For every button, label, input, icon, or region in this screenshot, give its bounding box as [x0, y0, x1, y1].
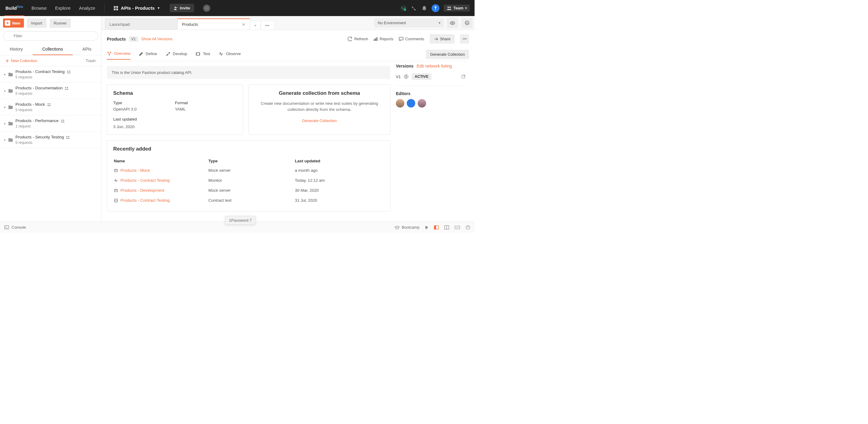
- reports-button[interactable]: Reports: [373, 37, 394, 41]
- add-tab-button[interactable]: ＋: [250, 21, 260, 30]
- keyboard-icon[interactable]: [455, 226, 460, 229]
- schema-format-value: YAML: [175, 107, 237, 115]
- play-icon[interactable]: [425, 225, 429, 230]
- shared-icon: [64, 86, 69, 90]
- recent-link[interactable]: Products - Mock: [114, 168, 208, 173]
- editor-avatar[interactable]: [417, 99, 426, 108]
- close-icon[interactable]: ✕: [236, 22, 245, 27]
- tab-observe[interactable]: Observe: [218, 52, 241, 59]
- panel-left-icon[interactable]: [434, 225, 439, 230]
- recent-link[interactable]: Products - Contract Testing: [114, 198, 208, 203]
- satellite-icon[interactable]: [411, 5, 417, 11]
- collection-count: 5 requests: [16, 141, 98, 145]
- invite-button[interactable]: Invite: [170, 4, 194, 12]
- collection-item[interactable]: ▸ Products - Performance 1 request: [0, 115, 101, 132]
- recent-updated: a month ago: [295, 166, 383, 175]
- recent-link[interactable]: Products - Contract Testing: [114, 178, 208, 182]
- generate-collection-button[interactable]: Generate Collection: [426, 50, 469, 59]
- svg-rect-0: [114, 6, 116, 8]
- external-link-icon[interactable]: [461, 75, 465, 79]
- import-button[interactable]: Import: [27, 19, 46, 28]
- people-icon: [447, 6, 452, 10]
- graduation-icon: [394, 225, 400, 230]
- schema-card: Schema Type Format OpenAPI 3.0 YAML Last…: [107, 85, 243, 135]
- folder-icon: [8, 73, 13, 76]
- svg-rect-36: [455, 226, 460, 229]
- recent-type: Contract test: [208, 196, 294, 205]
- team-dropdown[interactable]: Team ▾: [444, 4, 470, 11]
- runner-button[interactable]: Runner: [50, 19, 71, 28]
- trash-link[interactable]: Trash: [86, 58, 96, 63]
- activity-icon: [218, 52, 223, 56]
- editor-avatar[interactable]: [407, 99, 415, 108]
- collection-item[interactable]: ▸ Products - Security Testing 5 requests: [0, 132, 101, 148]
- generate-card: Generate collection from schema Create n…: [248, 85, 391, 135]
- tab-overview[interactable]: Overview: [107, 51, 130, 60]
- recent-link[interactable]: Products - Development: [114, 188, 208, 193]
- new-button[interactable]: New: [3, 19, 24, 28]
- tab-test[interactable]: Test: [195, 52, 210, 59]
- svg-rect-2: [114, 8, 116, 10]
- topbar-right: Team ▾: [400, 4, 472, 12]
- nav-explore[interactable]: Explore: [54, 1, 72, 16]
- new-collection-button[interactable]: New Collection: [5, 58, 37, 63]
- svg-rect-21: [376, 37, 377, 41]
- collection-count: 5 requests: [16, 108, 98, 112]
- refresh-button[interactable]: Refresh: [348, 37, 368, 41]
- user-avatar[interactable]: [432, 4, 439, 12]
- collection-name: Products - Performance: [16, 118, 98, 123]
- collection-item[interactable]: ▸ Products - Mock 5 requests: [0, 99, 101, 115]
- tab-define[interactable]: Define: [139, 52, 157, 59]
- generate-collection-link[interactable]: Generate Collection: [302, 118, 337, 123]
- workspace-switcher[interactable]: APIs - Products ▼: [112, 5, 161, 10]
- help-icon[interactable]: [465, 225, 470, 230]
- tab-launchpad[interactable]: Launchpad: [105, 19, 178, 30]
- api-name: Products: [107, 37, 126, 41]
- svg-point-5: [447, 6, 449, 8]
- nav-analyze[interactable]: Analyze: [78, 1, 96, 16]
- tab-overflow-button[interactable]: •••: [260, 21, 274, 30]
- env-preview-button[interactable]: [447, 18, 458, 28]
- plus-icon: [5, 59, 9, 63]
- comments-button[interactable]: Comments: [399, 37, 424, 41]
- row-type-icon: [114, 198, 118, 203]
- shared-icon: [47, 103, 51, 106]
- nav-browse[interactable]: Browse: [30, 1, 48, 16]
- generate-title: Generate collection from schema: [255, 90, 384, 96]
- version-number: V1: [396, 75, 401, 79]
- recent-row: Products - Mock Mock server a month ago: [114, 166, 383, 175]
- recent-type: Monitor: [208, 176, 294, 185]
- sidebar-actions: New Collection Trash: [0, 55, 101, 66]
- main-area: Launchpad Products ✕ ＋ ••• No Environmen…: [101, 16, 474, 222]
- chevron-right-icon: ▸: [4, 122, 6, 125]
- recent-row: Products - Contract Testing Monitor Toda…: [114, 176, 383, 185]
- panel-split-icon[interactable]: [444, 225, 449, 230]
- schema-type-label: Type: [113, 101, 175, 105]
- tab-collections[interactable]: Collections: [33, 44, 73, 55]
- collection-item[interactable]: ▸ Products - Contract Testing 5 requests: [0, 66, 101, 83]
- sync-status-icon[interactable]: [400, 5, 407, 11]
- content-main: Products V1 Show All Versions Refresh Re…: [101, 30, 474, 222]
- console-button[interactable]: Console: [11, 225, 26, 230]
- description-banner: This is the Union Fashion product catalo…: [107, 66, 391, 79]
- editor-avatar[interactable]: [396, 99, 404, 108]
- tab-history[interactable]: History: [0, 44, 33, 55]
- bell-icon[interactable]: [421, 5, 427, 11]
- settings-button[interactable]: [461, 18, 473, 28]
- edit-network-listing-link[interactable]: Edit network listing: [416, 64, 452, 68]
- tab-develop[interactable]: Develop: [165, 52, 187, 59]
- collection-item[interactable]: ▸ Products - Documentation 5 requests: [0, 83, 101, 99]
- nav-build[interactable]: BuildBeta: [4, 0, 24, 16]
- chevron-right-icon: ▸: [4, 105, 6, 109]
- recent-type: Mock server: [208, 166, 294, 175]
- filter-input[interactable]: [3, 31, 98, 40]
- bootcamp-button[interactable]: Bootcamp: [394, 225, 420, 230]
- tab-products[interactable]: Products ✕: [177, 19, 250, 30]
- show-all-versions-link[interactable]: Show All Versions: [141, 37, 173, 41]
- more-button[interactable]: •••: [460, 34, 469, 44]
- environment-selector[interactable]: No Environment: [374, 18, 444, 28]
- tab-apis[interactable]: APIs: [73, 44, 101, 55]
- share-button[interactable]: Share: [430, 34, 455, 44]
- svg-point-8: [67, 70, 68, 72]
- editors-section: Editors: [396, 91, 465, 108]
